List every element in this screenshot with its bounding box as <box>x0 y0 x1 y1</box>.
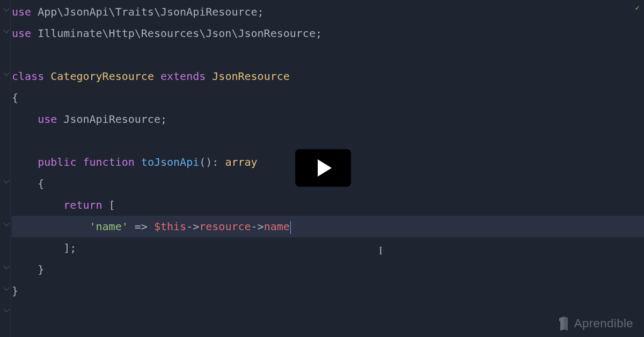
keyword-return: return <box>63 199 102 211</box>
namespace: App\JsonApi\Traits\JsonApiResource; <box>31 5 264 18</box>
brace-close: } <box>38 263 44 276</box>
parens: (): <box>199 156 225 169</box>
code-line-empty <box>12 44 644 65</box>
keyword-use: use <box>38 113 57 126</box>
keyword-function: function <box>76 156 141 169</box>
play-button[interactable] <box>295 149 351 187</box>
code-line: } <box>12 259 644 280</box>
this-ref: this <box>160 220 186 233</box>
namespace: Illuminate\Http\Resources\Json\JsonResou… <box>31 27 322 40</box>
fold-icon[interactable] <box>3 5 9 11</box>
parent-class: JsonResource <box>206 70 290 83</box>
play-icon <box>318 159 332 177</box>
fold-icon[interactable] <box>3 284 9 290</box>
class-name: CategoryResource <box>44 70 160 83</box>
logo-icon <box>558 317 570 331</box>
brand-logo: Aprendible <box>558 317 633 331</box>
dollar-sign: $ <box>154 220 160 233</box>
code-line-active: 'name' => $this->resource->name <box>12 216 644 237</box>
fold-icon[interactable] <box>3 220 9 226</box>
object-arrow: -> <box>251 220 264 233</box>
keyword-class: class <box>12 70 44 83</box>
brace-open: { <box>38 177 44 190</box>
object-arrow: -> <box>186 220 199 233</box>
property: resource <box>199 220 251 233</box>
brace-close: } <box>12 284 18 297</box>
code-line-empty <box>12 130 644 151</box>
text-caret <box>290 221 291 234</box>
property: name <box>264 220 290 233</box>
keyword-use: use <box>12 5 31 18</box>
code-line: return [ <box>12 194 644 216</box>
editor-gutter <box>0 0 11 337</box>
bracket-open: [ <box>103 199 115 211</box>
keyword-public: public <box>38 156 76 169</box>
string-key: 'name' <box>90 220 128 233</box>
function-name: toJsonApi <box>141 156 199 169</box>
keyword-extends: extends <box>160 70 206 83</box>
code-line: class CategoryResource extends JsonResou… <box>12 65 644 87</box>
fat-arrow: => <box>128 220 154 233</box>
bracket-close: ]; <box>63 241 76 254</box>
mouse-cursor-icon: I <box>379 245 383 257</box>
fold-icon[interactable] <box>3 263 9 269</box>
code-line: ]; <box>12 237 644 259</box>
code-editor: ✓ use App\JsonApi\Traits\JsonApiResource… <box>0 0 644 337</box>
brace-open: { <box>12 91 18 104</box>
code-line: use Illuminate\Http\Resources\Json\JsonR… <box>12 23 644 44</box>
trait-name: JsonApiResource; <box>57 113 167 126</box>
code-line: { <box>12 87 644 108</box>
fold-icon[interactable] <box>3 27 9 33</box>
fold-icon[interactable] <box>3 177 9 183</box>
return-type: array <box>225 156 257 169</box>
logo-text: Aprendible <box>574 317 633 331</box>
code-line: use JsonApiResource; <box>12 108 644 130</box>
fold-icon[interactable] <box>3 70 9 76</box>
code-line: } <box>12 280 644 302</box>
code-line: use App\JsonApi\Traits\JsonApiResource; <box>12 1 644 23</box>
fold-icon[interactable] <box>3 306 9 312</box>
keyword-use: use <box>12 27 31 40</box>
